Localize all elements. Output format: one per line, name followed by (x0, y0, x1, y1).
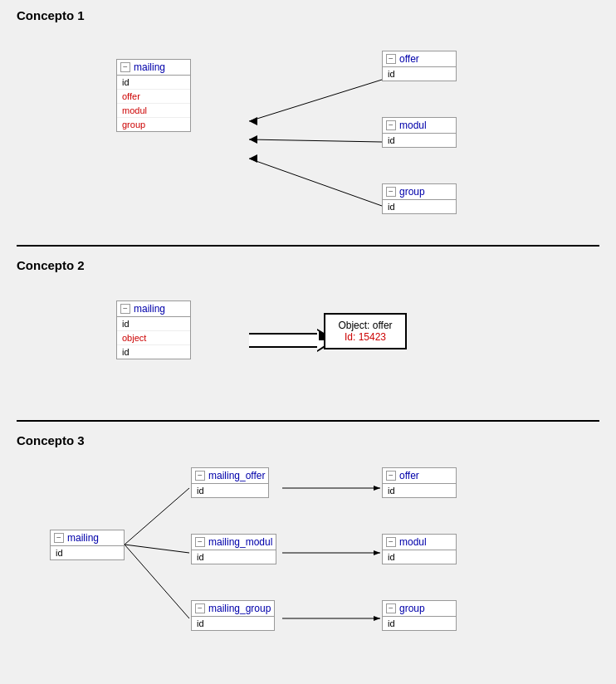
svg-line-14 (125, 545, 189, 553)
concepto3-mailing-offer-name: mailing_offer (208, 470, 265, 481)
concepto2-object-line1: Object: offer (335, 320, 395, 331)
divider2 (17, 420, 599, 422)
concepto3-mailing-minus: − (54, 533, 64, 543)
concepto3-modul-field-id: id (383, 550, 456, 564)
concepto1-modul-header: − modul (383, 118, 456, 134)
concepto3-mailing-name: mailing (67, 532, 99, 544)
concepto3-mailing-table: − mailing id (50, 530, 125, 560)
concepto2-mailing-field-id1: id (117, 317, 190, 331)
svg-line-15 (125, 545, 189, 618)
section-concepto2: Concepto 2 − mailing id obje (17, 258, 599, 408)
concepto3-modul-header: − modul (383, 535, 456, 550)
concepto3-modul-table: − modul id (382, 534, 457, 564)
concepto3-offer-table: − offer id (382, 467, 457, 498)
concepto3-offer-header: − offer (383, 468, 456, 484)
concepto1-group-name: group (399, 186, 425, 198)
concepto3-mailing-group-minus: − (195, 603, 205, 613)
concepto1-group-minus: − (386, 187, 396, 197)
concepto1-offer-minus: − (386, 54, 396, 64)
concepto1-offer-field-id: id (383, 67, 456, 81)
concepto1-modul-name: modul (399, 120, 427, 131)
divider1 (17, 245, 599, 247)
concepto1-group-table: − group id (382, 183, 457, 214)
concepto3-title: Concepto 3 (17, 433, 599, 447)
concepto3-group-minus: − (386, 603, 396, 613)
section-concepto1: Concepto 1 − mailing id offer modul grou… (17, 8, 599, 233)
concepto3-mailing-offer-header: − mailing_offer (192, 468, 268, 484)
concepto3-mailing-offer-field-id: id (192, 484, 268, 497)
concepto2-mailing-table: − mailing id object id (116, 300, 191, 359)
concepto1-group-field-id: id (383, 200, 456, 213)
concepto2-mailing-header: − mailing (117, 301, 190, 317)
concepto1-offer-table: − offer id (382, 51, 457, 81)
concepto1-mailing-field-modul: modul (117, 104, 190, 118)
concepto1-arrows (25, 34, 599, 225)
svg-marker-3 (249, 117, 257, 125)
concepto3-group-header: − group (383, 601, 456, 617)
concepto3-mailing-field-id: id (51, 546, 124, 559)
concepto3-mailing-modul-header: − mailing_modul (192, 535, 276, 550)
concepto3-mailing-modul-minus: − (195, 537, 205, 547)
concepto1-mailing-header: − mailing (117, 60, 190, 76)
svg-line-0 (249, 80, 382, 121)
svg-line-1 (249, 139, 382, 142)
concepto3-mailing-group-table: − mailing_group id (191, 600, 275, 631)
concepto1-mailing-field-group: group (117, 118, 190, 131)
concepto1-mailing-field-id: id (117, 76, 190, 90)
concepto3-mailing-modul-name: mailing_modul (208, 536, 272, 548)
concepto2-object-line2: Id: 15423 (335, 331, 395, 343)
concepto1-mailing-field-offer: offer (117, 90, 190, 104)
concepto1-offer-header: − offer (383, 51, 456, 67)
concepto1-mailing-name: mailing (134, 61, 165, 73)
concepto3-modul-name: modul (399, 536, 427, 548)
concepto1-modul-field-id: id (383, 134, 456, 147)
concepto1-modul-table: − modul id (382, 117, 457, 148)
concepto1-mailing-table: − mailing id offer modul group (116, 59, 191, 132)
concepto3-mailing-header: − mailing (51, 530, 124, 546)
concepto3-group-name: group (399, 603, 425, 614)
svg-line-2 (249, 159, 382, 206)
concepto3-offer-name: offer (399, 470, 419, 481)
concepto1-diagram: − mailing id offer modul group − offer i… (25, 34, 599, 225)
svg-marker-5 (249, 154, 257, 163)
concepto3-group-table: − group id (382, 600, 457, 631)
svg-line-13 (125, 488, 189, 545)
concepto3-group-field-id: id (383, 617, 456, 630)
concepto2-object-box: Object: offer Id: 15423 (324, 313, 407, 349)
concepto3-mailing-group-name: mailing_group (208, 603, 271, 614)
concepto1-modul-minus: − (386, 120, 396, 130)
concepto3-offer-minus: − (386, 471, 396, 481)
concepto2-mailing-field-object: object (117, 331, 190, 345)
concepto3-mailing-modul-table: − mailing_modul id (191, 534, 276, 564)
concepto2-title: Concepto 2 (17, 258, 599, 272)
concepto3-mailing-offer-table: − mailing_offer id (191, 467, 269, 498)
concepto3-diagram: − mailing id − mailing_offer id − mailin… (25, 459, 599, 650)
concepto2-arrows (25, 284, 599, 400)
concepto1-title: Concepto 1 (17, 8, 599, 22)
concepto3-offer-field-id: id (383, 484, 456, 497)
concepto2-mailing-minus: − (120, 304, 130, 314)
concepto3-mailing-group-header: − mailing_group (192, 601, 274, 617)
concepto3-modul-minus: − (386, 537, 396, 547)
concepto3-mailing-offer-minus: − (195, 471, 205, 481)
concepto3-mailing-group-field-id: id (192, 617, 274, 630)
concepto1-offer-name: offer (399, 53, 419, 65)
concepto2-mailing-field-id2: id (117, 345, 190, 359)
concepto1-mailing-minus: − (120, 62, 130, 72)
svg-marker-4 (249, 135, 257, 144)
concepto2-diagram: − mailing id object id Object: offer Id:… (25, 284, 599, 400)
section-concepto3: Concepto 3 − mailing (17, 433, 599, 658)
concepto1-group-header: − group (383, 184, 456, 200)
concepto3-mailing-modul-field-id: id (192, 550, 276, 564)
concepto2-mailing-name: mailing (134, 303, 165, 315)
